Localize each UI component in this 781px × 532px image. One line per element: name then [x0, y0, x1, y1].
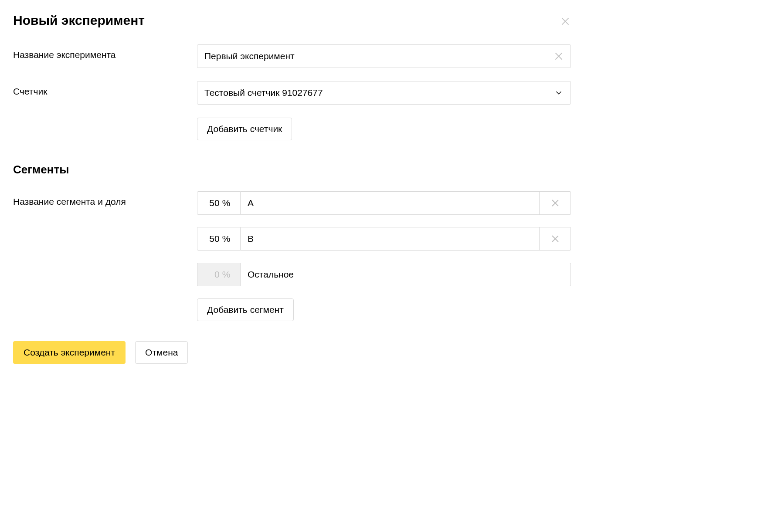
remainder-percent-box: 0 %	[197, 263, 241, 286]
cancel-button[interactable]: Отмена	[135, 341, 188, 364]
segment-percent-value: 50	[207, 234, 220, 244]
counter-label: Счетчик	[13, 81, 197, 97]
segment-name-input[interactable]	[241, 227, 539, 250]
segments-row: Название сегмента и доля 50 % 50	[13, 191, 571, 321]
experiment-name-label: Название эксперимента	[13, 44, 197, 60]
clear-name-button[interactable]	[547, 45, 570, 68]
add-counter-row: Добавить счетчик	[197, 118, 571, 140]
segment-remainder: 0 %	[197, 263, 571, 286]
counter-select-value: Тестовый счетчик 91027677	[197, 88, 547, 98]
segment-name-wrap	[241, 191, 540, 215]
segments-row-label: Название сегмента и доля	[13, 191, 197, 207]
close-dialog-button[interactable]	[560, 16, 571, 27]
add-counter-button[interactable]: Добавить счетчик	[197, 118, 292, 140]
segment-name-wrap	[241, 227, 540, 251]
experiment-name-input[interactable]	[197, 45, 547, 68]
add-segment-row: Добавить сегмент	[197, 298, 571, 321]
close-icon	[553, 51, 564, 62]
counter-row: Счетчик Тестовый счетчик 91027677	[13, 81, 571, 105]
create-experiment-button[interactable]: Создать эксперимент	[13, 341, 126, 364]
dialog-title: Новый эксперимент	[13, 13, 571, 28]
counter-select[interactable]: Тестовый счетчик 91027677	[197, 81, 571, 105]
add-segment-button[interactable]: Добавить сегмент	[197, 298, 294, 321]
segment-percent-box[interactable]: 50 %	[197, 191, 241, 215]
segment-percent-box[interactable]: 50 %	[197, 227, 241, 251]
experiment-dialog: Новый эксперимент Название эксперимента …	[13, 13, 571, 364]
close-icon	[550, 198, 560, 208]
close-icon	[560, 16, 571, 27]
segment-item: 50 %	[197, 191, 571, 215]
segment-percent-value: 50	[207, 198, 220, 208]
remainder-name-input	[241, 263, 570, 286]
close-icon	[550, 234, 560, 244]
counter-select-chevron	[547, 81, 570, 104]
segments-list: 50 % 50 %	[197, 191, 571, 321]
percent-symbol: %	[222, 234, 231, 244]
remove-segment-button[interactable]	[540, 227, 571, 251]
remainder-name-wrap	[241, 263, 571, 286]
remainder-percent-value: 0	[207, 269, 220, 280]
experiment-name-row: Название эксперимента	[13, 44, 571, 68]
segment-item: 50 %	[197, 227, 571, 251]
dialog-footer: Создать эксперимент Отмена	[13, 341, 571, 364]
segment-name-input[interactable]	[241, 192, 539, 214]
remove-segment-button[interactable]	[540, 191, 571, 215]
chevron-down-icon	[554, 88, 564, 98]
experiment-name-input-wrap	[197, 44, 571, 68]
percent-symbol: %	[222, 198, 231, 208]
percent-symbol: %	[222, 269, 231, 280]
segments-heading: Сегменты	[13, 163, 571, 176]
